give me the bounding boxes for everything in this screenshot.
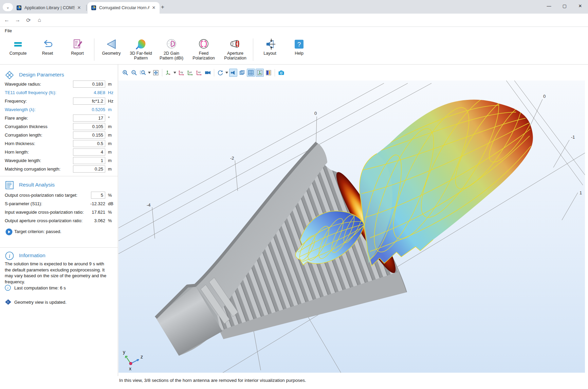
flare-angle-input[interactable] [73,114,105,122]
param-row: TE11 cutoff frequency (fc): 4.8E8 Hz [0,89,118,97]
far-field-pattern-button[interactable]: 3D Far-field Pattern [126,37,155,63]
ribbon-divider [253,38,253,61]
param-row: Flare angle: ° [0,114,118,122]
default-view-button[interactable] [164,69,172,77]
svg-text:-4: -4 [147,202,151,208]
horn-thickness-input[interactable] [73,140,105,147]
zoom-box-button[interactable] [139,69,147,77]
svg-text:0: 0 [314,111,317,116]
tab-corrugated-horn[interactable]: Corrugated Circular Horn Anten ✕ [88,2,160,14]
axes-button[interactable] [256,69,264,77]
frequency-input[interactable] [73,98,105,105]
file-menu[interactable]: File [5,28,12,33]
screenshot-button[interactable] [277,69,285,77]
plus-icon: + [161,4,164,10]
waveguide-radius-input[interactable] [73,81,105,88]
transparency-button[interactable] [238,69,246,77]
svg-text:-1: -1 [571,135,575,140]
svg-text:i: i [7,286,8,290]
grid-button[interactable] [247,69,255,77]
view-xy-button[interactable]: xy [177,69,185,77]
param-row: Horn length: m [0,148,118,156]
browser-window: ⌄ Application Library | COMSOL S ✕ Corru… [0,0,588,389]
zoom-extents-button[interactable] [152,69,160,77]
feed-polarization-button[interactable]: Feed Polarization [189,37,218,63]
zoom-box-caret[interactable] [148,69,151,77]
minimize-button[interactable]: — [541,0,557,12]
waveguide-length-input[interactable] [73,157,105,164]
svg-text:xz: xz [198,71,201,74]
result-row: S-parameter (S11): -12.322 dB [0,200,118,208]
gain-pattern-button[interactable]: 2D Gain Pattern (dBi) [157,37,186,63]
rotate-caret[interactable] [225,69,228,77]
tab-strip: ⌄ Application Library | COMSOL S ✕ Corru… [0,0,588,14]
chevron-down-icon: ⌄ [6,5,10,10]
view-yz-button[interactable]: yz [186,69,194,77]
toolbar-divider [214,69,214,76]
menu-bar: File [0,27,588,35]
svg-text:0: 0 [543,94,546,99]
graphics-toolbar: xy yz xz [121,67,285,78]
result-row: Output aperture cross-polarization ratio… [0,217,118,225]
corrugation-thickness-input[interactable] [73,123,105,130]
matching-corrugation-length-input[interactable] [73,165,105,173]
color-legend-button[interactable] [264,69,273,77]
reset-icon [42,39,53,49]
layout-button[interactable]: Layout [255,37,284,63]
back-button[interactable]: ← [3,16,11,24]
param-row: Wavelength (λ): 0.5205 m [0,106,118,114]
horn-length-input[interactable] [73,148,105,156]
svg-text:-2: -2 [230,156,234,161]
svg-text:y: y [123,349,125,355]
tab-application-library[interactable]: Application Library | COMSOL S ✕ [13,2,85,14]
zoom-in-button[interactable] [121,69,129,77]
home-icon: ⌂ [38,17,41,23]
result-analysis-icon [5,180,14,190]
geometry-button[interactable]: Geometry [97,37,126,63]
last-computation-time: i Last computation time: 6 s [0,285,118,293]
close-icon[interactable]: ✕ [151,5,156,11]
result-row: Output cross-polarization ratio target: … [0,191,118,199]
tab-search-button[interactable]: ⌄ [3,3,13,11]
corrugation-length-input[interactable] [73,131,105,139]
param-row: Corrugation length: m [0,131,118,139]
param-row: Horn thickness: m [0,140,118,148]
compute-button[interactable]: Compute [3,37,33,63]
param-row: Waveguide length: m [0,157,118,165]
projection-button[interactable] [204,69,212,77]
svg-text:?: ? [297,41,301,48]
settings-panel: Design Parameters Waveguide radius: m TE… [0,65,118,376]
scene-light-button[interactable] [229,69,237,77]
view-caption: In this view, 3/8 sections of the horn a… [119,378,306,383]
new-tab-button[interactable]: + [159,3,166,11]
reset-button[interactable]: Reset [33,37,62,63]
address-bar: ← → ⟳ ⌂ comsol.com/server-demo/app/libra… [0,14,588,26]
reload-icon: ⟳ [26,17,31,23]
view-xz-button[interactable]: xz [195,69,203,77]
forward-button[interactable]: → [14,16,22,24]
maximize-icon: ▢ [563,3,567,8]
report-button[interactable]: Report [63,37,92,63]
help-button[interactable]: ? Help [284,37,314,63]
home-button[interactable]: ⌂ [35,16,43,24]
param-row: Waveguide radius: m [0,80,118,88]
3d-scene[interactable]: 0 -2 -4 0 -1 1 y z x [118,81,585,373]
close-icon[interactable]: ✕ [77,5,81,11]
information-icon: i [5,251,14,261]
geometry-view-status: Geometry view is updated. [0,299,118,307]
rotate-button[interactable] [216,69,224,77]
cross-polarization-target-input[interactable] [91,192,105,199]
toolbar-divider [162,69,162,76]
maximize-button[interactable]: ▢ [557,0,572,12]
svg-text:i: i [9,253,10,259]
reload-button[interactable]: ⟳ [24,16,33,24]
close-window-button[interactable]: ✕ [572,0,588,12]
tab-divider [86,5,87,11]
info-paragraph: The solution time is expected to be arou… [5,261,110,285]
aperture-polarization-button[interactable]: Aperture Polarization [221,37,250,63]
default-view-caret[interactable] [173,69,177,77]
layout-icon [263,38,277,50]
toolbar-divider [275,69,275,76]
comsol-favicon [16,5,22,11]
zoom-out-button[interactable] [130,69,138,77]
